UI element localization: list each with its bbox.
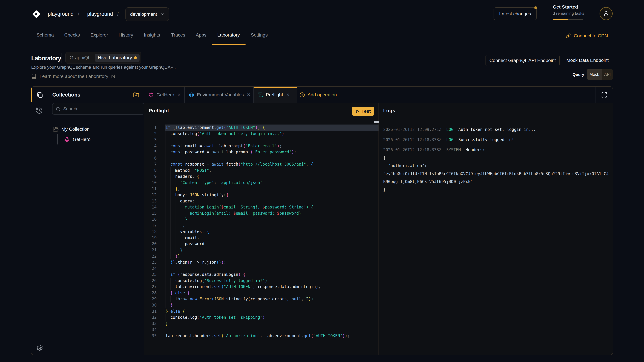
line-number: 5 xyxy=(144,149,157,155)
line-number: 25 xyxy=(144,272,157,278)
line-number: 9 xyxy=(144,173,157,180)
collections-rail-button[interactable] xyxy=(36,92,43,98)
mode-option-hive-laboratory[interactable]: Hive Laboratory xyxy=(95,54,140,62)
code-line: 28 } else { xyxy=(144,290,378,296)
add-operation-label: Add operation xyxy=(308,92,337,97)
close-icon[interactable]: ✕ xyxy=(286,92,290,97)
code-line: 7 const response = await fetch("http://l… xyxy=(144,161,378,167)
preflight-code-editor[interactable]: 1if (!lab.environment.get("AUTH_TOKEN"))… xyxy=(144,124,378,355)
nav-item-insights[interactable]: Insights xyxy=(144,32,160,38)
code-line: 20 password xyxy=(144,241,378,247)
close-icon[interactable]: ✕ xyxy=(247,92,250,97)
mock-endpoint-label: Mock Data Endpoint xyxy=(566,58,608,63)
code-line: 21 } xyxy=(144,247,378,253)
test-button-label: Test xyxy=(362,109,371,114)
code-line: 2 console.log('Auth token not set, loggi… xyxy=(144,131,378,137)
breadcrumb-project[interactable]: playground xyxy=(87,11,113,17)
indent-guide xyxy=(166,266,166,272)
connect-graphql-api-endpoint-button[interactable]: Connect GraphQL API Endpoint xyxy=(486,55,560,66)
code-text: `, xyxy=(166,223,185,229)
code-line: 33} xyxy=(144,321,378,327)
log-level: SYSTEM xyxy=(442,147,466,152)
hive-mode-dot xyxy=(134,56,137,59)
collections-search[interactable]: Search... xyxy=(52,103,144,115)
settings-rail-button[interactable] xyxy=(36,345,43,351)
connect-to-cdn-link[interactable]: Connect to CDN xyxy=(566,33,608,38)
nav-active-underline xyxy=(212,44,246,45)
target-selector[interactable]: development xyxy=(126,7,169,21)
nav-item-settings[interactable]: Settings xyxy=(251,32,268,38)
code-text: } xyxy=(166,321,168,327)
indent-guide xyxy=(166,137,166,143)
logs-output[interactable]: 2026-01-26T12:12:09.271Z LOG Auth token … xyxy=(383,126,613,355)
code-text: throw new Error(JSON.stringify(response.… xyxy=(166,296,313,302)
code-text: const password = await lab.prompt('Enter… xyxy=(166,149,296,155)
line-number: 2 xyxy=(144,131,157,137)
collections-title: Collections xyxy=(52,92,80,98)
code-line: 27 lab.environment.set("AUTH_TOKEN", res… xyxy=(144,284,378,290)
test-button[interactable]: Test xyxy=(352,107,374,116)
breadcrumb-org[interactable]: playground xyxy=(48,11,74,17)
get-started-widget[interactable]: Get Started 3 remaining tasks xyxy=(553,4,584,20)
tab-preflight[interactable]: Preflight ✕ xyxy=(254,87,297,103)
line-number: 24 xyxy=(144,266,157,272)
code-line: 23 }).then(r => r.json()); xyxy=(144,259,378,266)
line-number: 21 xyxy=(144,247,157,253)
preflight-logs-divider xyxy=(378,103,379,355)
get-started-subtitle: 3 remaining tasks xyxy=(553,11,584,16)
add-collection-button[interactable] xyxy=(133,92,139,98)
tab-gethero[interactable]: GetHero ✕ xyxy=(144,87,185,103)
line-number: 17 xyxy=(144,223,157,229)
learn-more-label: Learn more about the Laboratory xyxy=(40,74,108,79)
toggle-option-api[interactable]: API xyxy=(602,69,613,80)
nav-item-explorer[interactable]: Explorer xyxy=(90,32,108,38)
collection-folder-item[interactable]: My Collection xyxy=(53,126,90,132)
active-tab-indicator xyxy=(254,87,297,88)
code-text: 'Content-Type': 'application/json' xyxy=(166,180,262,186)
nav-item-checks[interactable]: Checks xyxy=(64,32,80,38)
log-timestamp: 2026-01-26T12:12:09.271Z xyxy=(383,127,442,132)
page-title: Laboratory xyxy=(31,55,61,62)
line-number: 19 xyxy=(144,235,157,241)
toggle-option-mock[interactable]: Mock xyxy=(587,69,602,80)
nav-item-apps[interactable]: Apps xyxy=(196,32,206,38)
line-number: 15 xyxy=(144,210,157,217)
connect-endpoint-label: Connect GraphQL API Endpoint xyxy=(489,58,556,63)
rail-active-indicator xyxy=(31,88,32,102)
collection-folder-label: My Collection xyxy=(62,126,90,132)
add-operation-button[interactable]: Add operation xyxy=(299,87,337,103)
line-number: 18 xyxy=(144,229,157,235)
mode-option-graphiql[interactable]: GraphiQL xyxy=(67,55,95,60)
hive-logo-icon[interactable] xyxy=(31,9,42,19)
mock-data-endpoint-button[interactable]: Mock Data Endpoint xyxy=(566,58,608,63)
code-text: method: "POST", xyxy=(166,167,212,174)
history-rail-button[interactable] xyxy=(36,107,43,114)
code-line: 1if (!lab.environment.get("AUTH_TOKEN"))… xyxy=(144,124,378,131)
nav-item-laboratory[interactable]: Laboratory xyxy=(217,32,240,38)
log-level: LOG xyxy=(442,137,458,142)
log-entry: 2026-01-26T12:12:18.333Z LOG Successfull… xyxy=(383,136,613,144)
line-number: 4 xyxy=(144,143,157,149)
code-line: 19 email, xyxy=(144,235,378,241)
close-icon[interactable]: ✕ xyxy=(177,92,181,97)
code-line: 25 if (response.data.adminLogin) { xyxy=(144,272,378,278)
panel-header-divider xyxy=(48,119,613,119)
nav-item-schema[interactable]: Schema xyxy=(36,32,54,38)
fullscreen-button[interactable] xyxy=(596,87,613,103)
code-text: } xyxy=(166,216,187,223)
line-number: 22 xyxy=(144,253,157,259)
tree-indent-guide xyxy=(57,134,58,144)
nav-item-traces[interactable]: Traces xyxy=(171,32,185,38)
code-line: 11 }, xyxy=(144,186,378,192)
code-text: headers: { xyxy=(166,173,200,180)
latest-changes-button[interactable]: Latest changes xyxy=(494,7,537,20)
user-avatar[interactable] xyxy=(600,7,613,20)
learn-more-link[interactable]: Learn more about the Laboratory xyxy=(31,74,116,79)
code-line: 22 }) xyxy=(144,253,378,259)
line-number: 31 xyxy=(144,308,157,315)
logs-panel-title: Logs xyxy=(383,108,395,113)
code-text: }, xyxy=(166,186,180,192)
collection-operation-item[interactable]: GetHero xyxy=(64,137,90,142)
nav-item-history[interactable]: History xyxy=(118,32,133,38)
tab-environment-variables[interactable]: Environment Variables ✕ xyxy=(185,87,254,103)
